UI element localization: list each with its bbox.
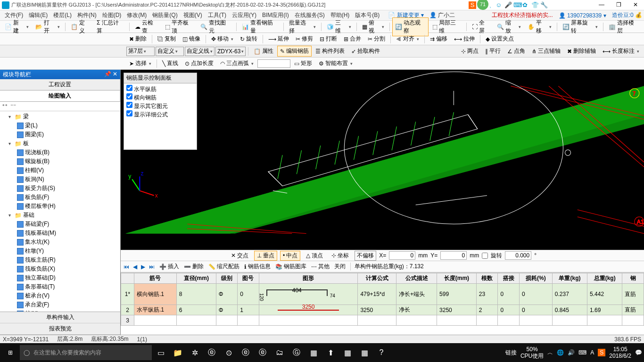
rebar-check[interactable]: 显示详细公式 xyxy=(126,110,194,119)
tree-item[interactable]: 板受力筋(S) xyxy=(2,184,118,193)
tree-item[interactable]: 楼层板带(H) xyxy=(2,202,118,211)
tree-item[interactable]: 螺旋板(B) xyxy=(2,157,118,166)
tbl-other[interactable]: ⋯ 其他 xyxy=(311,263,330,271)
tbl-rebar-info[interactable]: ℹ 钢筋信息 xyxy=(244,263,271,271)
tree-item[interactable]: 筏板主筋(R) xyxy=(2,255,118,264)
tbl-close[interactable]: 关闭 xyxy=(334,263,346,271)
table-row[interactable]: 3 xyxy=(121,315,644,326)
offset-button[interactable]: ⇉ 偏移 xyxy=(427,33,450,44)
tray-a-icon[interactable]: A xyxy=(590,349,594,356)
nav-prev[interactable]: ◀ xyxy=(133,263,137,270)
delete-button[interactable]: ✖ 删除 xyxy=(126,33,149,44)
open-button[interactable]: 📂 打开 xyxy=(33,17,62,36)
rebar-table[interactable]: 筋号直径(mm)级别图号图形计算公式公式描述长度(mm)根数搭接损耗(%)单重(… xyxy=(121,272,644,335)
tree-item[interactable]: 筏板基础(M) xyxy=(2,229,118,238)
del-aux-button[interactable]: ✖ 删除辅轴 xyxy=(564,46,599,57)
rebar-display-panel[interactable]: 钢筋显示控制面板 水平纵筋 横向钢筋 显示其它图元 显示详细公式 xyxy=(124,73,197,150)
rotate-button[interactable]: ↻ 旋转 xyxy=(237,33,260,44)
task-icon[interactable]: ? xyxy=(373,345,389,360)
tree-item[interactable]: 圈梁(E) xyxy=(2,130,118,139)
rebar-check[interactable]: 横向钢筋 xyxy=(126,93,194,102)
align-button[interactable]: ⫷ 对齐 xyxy=(393,33,422,44)
table-row[interactable]: 2水平纵筋.16Φ132503250净长32502000.8451.69直筋 xyxy=(121,305,644,315)
nav-first[interactable]: ⏮ xyxy=(124,263,129,270)
len-mark-button[interactable]: ⟷ 长度标注 xyxy=(600,46,642,57)
collapse-icon[interactable]: ⁻⁻ xyxy=(10,103,16,110)
task-icon[interactable]: ▦ xyxy=(305,345,322,360)
comp-list-button[interactable]: ☰ 构件列表 xyxy=(313,46,347,57)
snap-vertex[interactable]: △ 顶点 xyxy=(303,251,326,261)
define-button[interactable]: 📋 定义 xyxy=(68,17,93,36)
trim-button[interactable]: ✂ 修剪 xyxy=(293,33,316,44)
tbl-delete[interactable]: ➖ 删除 xyxy=(184,263,204,271)
task-icon[interactable]: 🗂 xyxy=(272,345,288,360)
new-button[interactable]: 📄 新建 xyxy=(2,17,32,36)
start-button[interactable]: ⊞ xyxy=(2,345,19,360)
snap-y-input[interactable] xyxy=(440,251,467,260)
tab-project[interactable]: 工程设置 xyxy=(0,79,120,90)
parallel-button[interactable]: ∥ 平行 xyxy=(482,46,504,57)
select-floor-button[interactable]: 🏢 选择楼层 xyxy=(606,17,642,36)
minimize-button[interactable]: — xyxy=(595,1,608,9)
split-button[interactable]: ✂ 分割 xyxy=(365,33,388,44)
snap-intersect[interactable]: ✕ 交点 xyxy=(228,251,251,261)
tray-link[interactable]: 链接 xyxy=(505,349,517,357)
select-tool[interactable]: ➤ 选择 xyxy=(126,58,154,69)
tree-item[interactable]: 梁(L) xyxy=(2,121,118,130)
tray-ime-icon[interactable]: ⌨ xyxy=(578,349,586,356)
draw-input[interactable] xyxy=(257,59,290,68)
tab-report[interactable]: 报表预览 xyxy=(0,323,120,335)
snap-mid[interactable]: • 中点 xyxy=(280,251,300,261)
col-header[interactable]: 损耗(%) xyxy=(519,273,552,284)
tray-vol-icon[interactable]: 🔊 xyxy=(568,349,575,356)
search-box[interactable]: ◯ 在这里输入你要搜索的内容 xyxy=(20,345,152,360)
grip-button[interactable]: ◆ 设置夹点 xyxy=(483,33,517,44)
col-header[interactable]: 图号 xyxy=(238,273,259,284)
stretch-button[interactable]: ⟷ 拉伸 xyxy=(451,33,478,44)
col-header[interactable]: 筋号 xyxy=(134,273,177,284)
two-pt-button[interactable]: ⊹ 两点 xyxy=(458,46,481,57)
nav-next[interactable]: ▶ xyxy=(141,263,145,270)
tree-group[interactable]: ▾📁 基础 xyxy=(2,211,118,220)
maximize-button[interactable]: ❐ xyxy=(612,1,625,9)
rebar-check[interactable]: 水平纵筋 xyxy=(126,85,194,93)
sum-button[interactable]: Σ 汇总计算 xyxy=(94,17,127,36)
mirror-button[interactable]: ◫ 镜像 xyxy=(180,33,203,44)
snap-coord[interactable]: ⊹ 坐标 xyxy=(329,251,352,261)
floor-combo[interactable]: 第7层 xyxy=(126,47,155,56)
category-combo[interactable]: 自定义 xyxy=(156,47,184,56)
task-icon[interactable]: ⓔ xyxy=(204,345,220,360)
line-tool[interactable]: ╲ 直线 xyxy=(159,58,181,69)
col-header[interactable]: 长度(mm) xyxy=(437,273,477,284)
move-button[interactable]: ✥ 移动 xyxy=(208,33,236,44)
task-icon[interactable]: ⊙ xyxy=(221,345,237,360)
tree-item[interactable]: 独立基础(D) xyxy=(2,273,118,282)
rotate-input[interactable] xyxy=(505,251,531,260)
task-icon[interactable]: ⬆ xyxy=(322,345,339,360)
snap-x-input[interactable] xyxy=(389,251,415,260)
tray-s-icon[interactable]: S xyxy=(598,349,605,356)
tree-item[interactable]: 承台梁(F) xyxy=(2,300,118,309)
tree-item[interactable]: 条形基础(T) xyxy=(2,282,118,291)
task-icon[interactable]: ⓔ xyxy=(255,345,271,360)
subtype-combo[interactable]: 自定义线 xyxy=(185,47,215,56)
expand-icon[interactable]: ⁺⁺ xyxy=(2,103,8,110)
tree-item[interactable]: 柱墩(Y) xyxy=(2,247,118,255)
tab-drawinput[interactable]: 绘图输入 xyxy=(0,90,120,101)
rect-tool[interactable]: ▭ 矩形 xyxy=(291,58,315,69)
three-aux-button[interactable]: ⋔ 三点辅轴 xyxy=(529,46,563,57)
pt-angle-button[interactable]: ∠ 点角 xyxy=(504,46,528,57)
tray-notif-icon[interactable]: 💬 xyxy=(635,349,642,356)
tray-net-icon[interactable]: 🌐 xyxy=(557,349,564,356)
table-row[interactable]: 1*横向钢筋.18Φ040412074479+15*d净长+端头59923000… xyxy=(121,284,644,305)
col-header[interactable]: 公式描述 xyxy=(396,273,437,284)
tbl-rebar-lib[interactable]: 📚 钢筋图库 xyxy=(275,263,306,271)
nav-last[interactable]: ⏭ xyxy=(149,263,155,270)
smart-tool[interactable]: ⚙ 智能布置 xyxy=(316,58,355,69)
ime-s-icon[interactable]: S xyxy=(469,1,476,9)
snap-perp[interactable]: ⊥ 垂点 xyxy=(254,251,277,261)
close-button[interactable]: ✕ xyxy=(629,1,642,9)
tray-up-icon[interactable]: ︿ xyxy=(547,349,553,357)
code-combo[interactable]: ZDYX-63 xyxy=(215,47,246,56)
tree-item[interactable]: 板洞(N) xyxy=(2,175,118,184)
